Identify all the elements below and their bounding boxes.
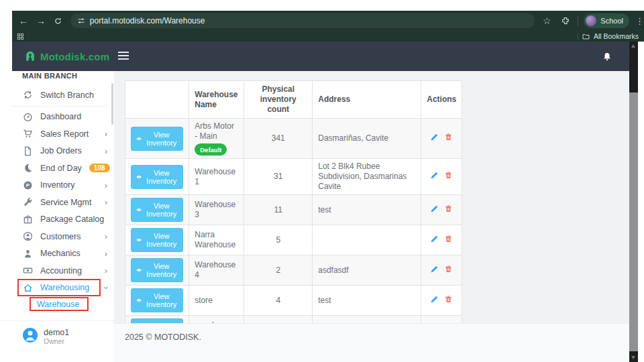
delete-icon[interactable] — [444, 265, 453, 274]
view-cell: View Inventory — [125, 159, 189, 195]
view-inventory-button[interactable]: View Inventory — [131, 127, 183, 151]
inventory-count-cell: 5 — [244, 225, 313, 255]
warehouse-name-cell: Warehouse 4 — [189, 255, 244, 286]
sidebar-toggle-button[interactable] — [118, 52, 129, 62]
sidebar-item-sales-report[interactable]: Sales Report› — [12, 125, 114, 143]
delete-icon[interactable] — [444, 204, 453, 213]
view-inventory-button[interactable]: View Inventory — [131, 198, 183, 222]
view-cell: View Inventory — [125, 195, 189, 225]
brand-name: Motodisk.com — [40, 51, 109, 62]
actions-cell — [421, 255, 462, 286]
view-inventory-button[interactable]: View Inventory — [131, 258, 183, 282]
view-cell: View Inventory — [125, 119, 189, 159]
sidebar-item-package-catalog[interactable]: Package Catalog — [12, 211, 114, 229]
view-inventory-label: View Inventory — [145, 262, 178, 278]
edit-icon[interactable] — [430, 265, 439, 274]
main-content: Warehouse Name Physical inventory count … — [114, 71, 629, 362]
copyright-text: 2025 © MOTODISK. — [114, 324, 629, 342]
warehouse-name-cell: Arbs Motor - MainDefault — [189, 119, 244, 159]
inventory-count-cell: 2 — [244, 255, 313, 286]
edit-icon[interactable] — [430, 295, 439, 304]
sidebar-item-mechanics[interactable]: Mechanics› — [12, 245, 114, 263]
all-bookmarks-button[interactable]: All Bookmarks — [594, 32, 639, 40]
inventory-count-cell: 11 — [244, 195, 313, 225]
view-inventory-button[interactable]: View Inventory — [131, 165, 183, 189]
sidebar-item-dashboard[interactable]: Dashboard — [12, 109, 114, 126]
inventory-count-cell: 341 — [244, 119, 313, 159]
delete-icon[interactable] — [444, 133, 453, 141]
col-address: Address — [313, 81, 421, 119]
moon-icon — [23, 163, 33, 173]
edit-icon[interactable] — [430, 204, 439, 213]
col-actions: Actions — [421, 81, 462, 119]
reload-icon[interactable] — [54, 17, 62, 25]
inventory-count-cell: 31 — [244, 159, 313, 195]
view-inventory-button[interactable]: View Inventory — [131, 288, 183, 312]
sidebar-item-job-orders[interactable]: Job Orders› — [12, 143, 114, 160]
warehouse-table: Warehouse Name Physical inventory count … — [125, 80, 462, 362]
scroll-up-icon[interactable] — [631, 44, 635, 48]
sidebar-item-service-mgmt[interactable]: Service Mgmt› — [12, 194, 114, 211]
delete-icon[interactable] — [444, 235, 453, 243]
footer: 2025 © MOTODISK. — [114, 323, 629, 362]
warehouse-name: Narra Warehouse — [195, 230, 238, 250]
browser-chrome: ← → portal.motodisk.com/Warehouse ☆ Scho… — [12, 11, 644, 42]
extensions-icon[interactable] — [561, 16, 570, 25]
package-icon — [23, 215, 33, 225]
default-badge: Default — [195, 143, 227, 156]
delete-icon[interactable] — [444, 295, 453, 304]
edit-icon[interactable] — [430, 133, 439, 141]
svg-text:P: P — [26, 182, 30, 188]
view-cell: View Inventory — [125, 255, 189, 286]
bookmark-star-icon[interactable]: ☆ — [543, 15, 551, 26]
scroll-down-icon[interactable] — [631, 356, 635, 359]
address-bar[interactable]: portal.motodisk.com/Warehouse — [70, 13, 535, 28]
table-row: View InventoryWarehouse 131Lot 2 Blk4 Ru… — [125, 159, 462, 195]
chevron-down-icon: › — [101, 286, 110, 289]
view-inventory-label: View Inventory — [145, 169, 178, 185]
view-inventory-label: View Inventory — [145, 292, 178, 308]
table-row: View InventoryNarra Warehouse5 — [125, 225, 462, 255]
sidebar-scrollbar[interactable] — [111, 83, 113, 125]
delete-icon[interactable] — [444, 171, 453, 180]
address-cell: asdfasdf — [313, 255, 421, 286]
edit-icon[interactable] — [430, 171, 439, 180]
view-inventory-label: View Inventory — [145, 232, 178, 248]
edit-icon[interactable] — [430, 235, 439, 243]
toolbar-divider — [578, 15, 578, 26]
annotation-box-warehouse — [30, 297, 89, 311]
address-cell: Dasmariñas, Cavite — [313, 119, 421, 159]
browser-toolbar: ← → portal.motodisk.com/Warehouse ☆ Scho… — [12, 11, 644, 31]
browser-profile-chip[interactable]: School — [584, 13, 629, 28]
money-icon — [23, 265, 33, 276]
view-inventory-button[interactable]: View Inventory — [131, 228, 183, 252]
sidebar-item-accounting[interactable]: Accounting› — [12, 262, 114, 280]
view-inventory-label: View Inventory — [145, 131, 178, 147]
view-cell: View Inventory — [125, 225, 189, 255]
sidebar-item-end-of-day[interactable]: End of Day108 — [12, 160, 114, 177]
site-settings-icon[interactable] — [77, 17, 85, 25]
scrollbar-thumb[interactable] — [629, 93, 638, 351]
apps-grid-icon[interactable] — [17, 33, 24, 40]
dashboard-icon — [23, 112, 33, 122]
sidebar-item-customers[interactable]: Customers› — [12, 228, 114, 245]
sidebar-item-inventory[interactable]: PInventory› — [12, 177, 114, 194]
notifications-bell-icon[interactable] — [602, 52, 612, 62]
user-avatar — [23, 328, 38, 343]
sidebar-item-switch-branch[interactable]: Switch Branch — [12, 86, 114, 104]
address-cell — [313, 225, 421, 255]
mechanic-icon — [23, 249, 33, 259]
warehouse-name: Warehouse 3 — [195, 200, 238, 220]
brand[interactable]: Motodisk.com — [24, 42, 109, 71]
warehouse-name-cell: store — [189, 286, 244, 316]
browser-menu-icon[interactable]: ⋮ — [635, 16, 644, 26]
page-scrollbar[interactable] — [629, 42, 638, 362]
url-text: portal.motodisk.com/Warehouse — [90, 16, 205, 25]
chevron-right-icon: › — [105, 147, 107, 156]
back-icon[interactable]: ← — [19, 16, 28, 25]
col-view — [125, 81, 189, 119]
forward-icon[interactable]: → — [36, 16, 46, 25]
actions-cell — [421, 286, 462, 316]
folder-icon — [582, 33, 590, 40]
user-section[interactable]: demo1 Owner — [0, 320, 114, 345]
